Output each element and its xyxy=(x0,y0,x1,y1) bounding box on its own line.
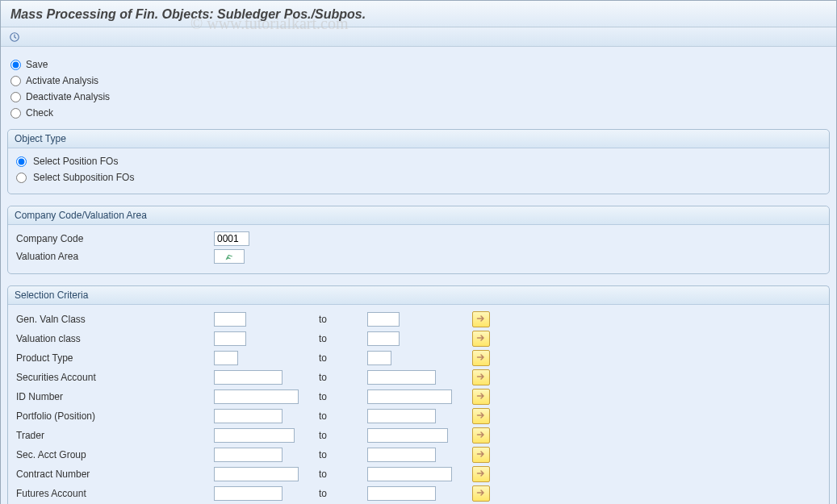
company-group: Company Code/Valuation Area Company Code… xyxy=(7,206,830,274)
multiple-selection-button[interactable] xyxy=(472,350,490,366)
required-icon xyxy=(224,252,234,261)
selection-row: Contract Numberto xyxy=(16,464,821,484)
to-label: to xyxy=(319,430,367,441)
execute-icon[interactable] xyxy=(9,31,20,43)
range-to-input[interactable] xyxy=(367,370,436,385)
selection-body: Gen. Valn ClasstoValuation classtoProduc… xyxy=(8,305,829,504)
page-title: Mass Processing of Fin. Objects: Subledg… xyxy=(10,7,827,22)
to-label: to xyxy=(319,488,367,499)
range-to-input[interactable] xyxy=(367,428,448,443)
multiple-selection-button[interactable] xyxy=(472,311,490,327)
range-from-input[interactable] xyxy=(214,448,282,462)
arrow-right-icon xyxy=(476,314,486,326)
selection-row-label: Trader xyxy=(16,430,214,441)
arrow-right-icon xyxy=(476,352,486,364)
multiple-selection-button[interactable] xyxy=(472,389,490,405)
selection-row: Securities Accountto xyxy=(16,368,821,387)
arrow-right-icon xyxy=(476,469,486,481)
range-to-input[interactable] xyxy=(367,331,400,346)
selection-row: Futures Accountto xyxy=(16,484,821,503)
toolbar: © www.tutorialkart.com xyxy=(1,27,836,47)
selection-row: Traderto xyxy=(16,426,821,445)
multiple-selection-button[interactable] xyxy=(472,427,490,444)
selection-row: ID Numberto xyxy=(16,387,821,406)
range-from-input[interactable] xyxy=(214,428,295,443)
multiple-selection-button[interactable] xyxy=(472,331,490,347)
selection-row-label: Contract Number xyxy=(16,469,214,480)
range-from-input[interactable] xyxy=(214,331,246,346)
multiple-selection-button[interactable] xyxy=(472,369,490,385)
object-type-header: Object Type xyxy=(8,130,829,148)
selection-row-label: Securities Account xyxy=(16,372,214,383)
selection-header: Selection Criteria xyxy=(8,286,829,305)
range-from-input[interactable] xyxy=(214,409,282,423)
selection-row: Sec. Acct Groupto xyxy=(16,445,821,464)
multiple-selection-button[interactable] xyxy=(472,447,490,463)
to-label: to xyxy=(319,391,367,402)
radio-subposition-fos[interactable]: Select Subposition FOs xyxy=(16,169,821,185)
radio-deactivate-label: Deactivate Analysis xyxy=(26,91,110,102)
to-label: to xyxy=(319,449,367,460)
multiple-selection-button[interactable] xyxy=(472,485,490,502)
top-action-group: Save Activate Analysis Deactivate Analys… xyxy=(6,55,831,129)
selection-row-label: Gen. Valn Class xyxy=(16,314,214,325)
radio-check[interactable]: Check xyxy=(10,105,827,121)
valuation-area-input[interactable] xyxy=(214,249,245,264)
arrow-right-icon xyxy=(476,391,486,403)
selection-row-label: Product Type xyxy=(16,352,214,364)
to-label: to xyxy=(319,372,367,383)
radio-activate-label: Activate Analysis xyxy=(26,75,98,86)
object-type-group: Object Type Select Position FOs Select S… xyxy=(7,129,830,194)
range-to-input[interactable] xyxy=(367,389,452,404)
selection-row: Product Typeto xyxy=(16,348,821,368)
selection-row: Portfolio (Position)to xyxy=(16,406,821,426)
selection-row: Gen. Valn Classto xyxy=(16,310,821,329)
radio-subposition-label: Select Subposition FOs xyxy=(33,172,134,183)
radio-position-label: Select Position FOs xyxy=(33,156,118,167)
range-from-input[interactable] xyxy=(214,389,299,404)
content-area: Save Activate Analysis Deactivate Analys… xyxy=(1,47,836,504)
arrow-right-icon xyxy=(476,430,486,442)
multiple-selection-button[interactable] xyxy=(472,408,490,424)
range-from-input[interactable] xyxy=(214,486,282,501)
range-to-input[interactable] xyxy=(367,467,452,481)
to-label: to xyxy=(319,469,367,480)
range-to-input[interactable] xyxy=(367,312,400,327)
to-label: to xyxy=(319,333,367,344)
range-from-input[interactable] xyxy=(214,467,299,481)
radio-deactivate[interactable]: Deactivate Analysis xyxy=(10,89,827,105)
selection-row-label: Futures Account xyxy=(16,488,214,499)
arrow-right-icon xyxy=(476,372,486,384)
arrow-right-icon xyxy=(476,333,486,345)
range-to-input[interactable] xyxy=(367,409,436,423)
range-to-input[interactable] xyxy=(367,448,436,462)
selection-row-label: Sec. Acct Group xyxy=(16,449,214,460)
multiple-selection-button[interactable] xyxy=(472,466,490,482)
valuation-area-label: Valuation Area xyxy=(16,251,214,262)
range-from-input[interactable] xyxy=(214,351,238,365)
to-label: to xyxy=(319,352,367,364)
range-to-input[interactable] xyxy=(367,351,391,365)
arrow-right-icon xyxy=(476,410,486,423)
radio-activate[interactable]: Activate Analysis xyxy=(10,73,827,89)
selection-row-label: ID Number xyxy=(16,391,214,402)
range-to-input[interactable] xyxy=(367,486,436,501)
radio-save-label: Save xyxy=(26,59,48,70)
company-header: Company Code/Valuation Area xyxy=(8,206,829,225)
app-window: Mass Processing of Fin. Objects: Subledg… xyxy=(0,0,837,504)
selection-criteria-group: Selection Criteria Gen. Valn ClasstoValu… xyxy=(7,285,830,504)
radio-check-label: Check xyxy=(26,107,53,119)
company-code-label: Company Code xyxy=(16,233,214,244)
selection-row: Valuation classto xyxy=(16,329,821,348)
radio-save[interactable]: Save xyxy=(10,56,827,73)
title-bar: Mass Processing of Fin. Objects: Subledg… xyxy=(1,1,836,27)
to-label: to xyxy=(319,314,367,325)
arrow-right-icon xyxy=(476,449,486,461)
selection-row-label: Valuation class xyxy=(16,333,214,344)
to-label: to xyxy=(319,410,367,422)
arrow-right-icon xyxy=(476,488,486,500)
range-from-input[interactable] xyxy=(214,370,282,385)
radio-position-fos[interactable]: Select Position FOs xyxy=(16,153,821,169)
range-from-input[interactable] xyxy=(214,312,246,327)
company-code-input[interactable] xyxy=(214,231,249,246)
